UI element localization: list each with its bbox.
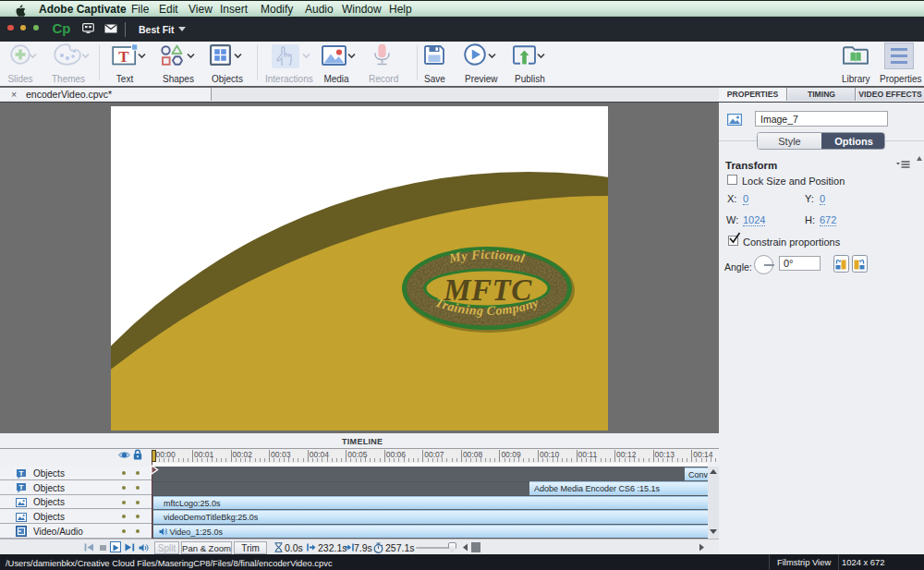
svg-text:T: T: [118, 48, 129, 66]
svg-text:T: T: [19, 483, 24, 491]
svg-text:T: T: [19, 469, 24, 478]
